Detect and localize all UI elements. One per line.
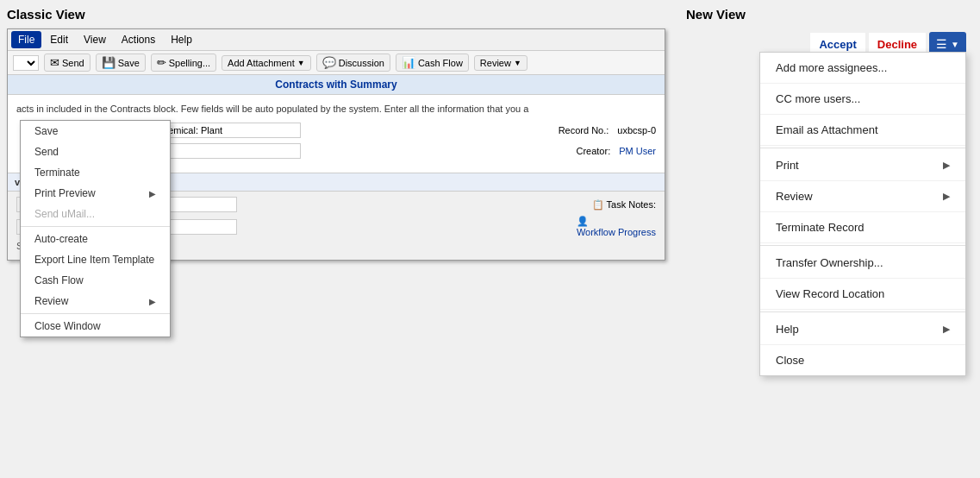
spelling-icon: ✏ [157, 56, 166, 69]
discussion-icon: 💬 [322, 56, 336, 69]
cash-flow-button[interactable]: 📊 Cash Flow [396, 53, 469, 72]
new-menu-divider-3 [760, 311, 965, 312]
toolbar-select[interactable] [13, 55, 39, 71]
menu-actions[interactable]: Actions [115, 31, 162, 48]
send-icon: ✉ [50, 56, 59, 69]
add-attachment-button[interactable]: Add Attachment ▼ [222, 55, 311, 71]
new-view-panel: New View Accept Decline ☰ ▼ Add more ass… [672, 0, 980, 478]
workflow-icon: 👤 [577, 216, 589, 226]
new-menu-terminate-record[interactable]: Terminate Record [760, 212, 965, 243]
new-menu-add-assignees[interactable]: Add more assignees... [760, 53, 965, 84]
save-icon: 💾 [102, 56, 115, 69]
help-submenu-arrow: ▶ [943, 324, 950, 335]
new-menu-email-attachment[interactable]: Email as Attachment [760, 115, 965, 146]
menu-close-window-item[interactable]: Close Window [21, 316, 170, 336]
toolbar: ✉ Send 💾 Save ✏ Spelling... Add Attachme… [8, 51, 665, 75]
menu-file[interactable]: File [11, 31, 41, 48]
menu-help[interactable]: Help [164, 31, 199, 48]
new-view-title: New View [686, 7, 966, 22]
hamburger-icon: ☰ [936, 37, 947, 51]
menu-auto-create-item[interactable]: Auto-create [21, 229, 170, 249]
new-menu-view-record-location[interactable]: View Record Location [760, 279, 965, 310]
new-menu-print[interactable]: Print ▶ [760, 150, 965, 181]
workflow-link[interactable]: Workflow Progress [577, 227, 656, 237]
review-dropdown-icon: ▼ [514, 59, 521, 67]
print-submenu-arrow: ▶ [943, 160, 950, 171]
dropdown-divider-1 [21, 226, 170, 227]
new-menu-cc-users[interactable]: CC more users... [760, 84, 965, 115]
caret-down-icon: ▼ [951, 40, 959, 49]
file-dropdown-menu: Save Send Terminate Print Preview ▶ Send… [20, 120, 171, 337]
menu-terminate-item[interactable]: Terminate [21, 162, 170, 183]
cash-flow-icon: 📊 [402, 56, 415, 69]
doc-title: Contracts with Summary [8, 75, 665, 95]
menu-send-umail-item: Send uMail... [21, 204, 170, 224]
print-preview-submenu-icon: ▶ [149, 189, 156, 198]
new-view-dropdown-menu: Add more assignees... CC more users... E… [759, 52, 966, 376]
task-notes-icon: 📋 [592, 199, 604, 210]
menu-save-item[interactable]: Save [21, 121, 170, 142]
save-button[interactable]: 💾 Save [96, 53, 146, 72]
task-notes: 📋 Task Notes: [592, 199, 656, 211]
review-submenu-arrow: ▶ [943, 191, 950, 202]
record-no-label: Record No.: [559, 125, 609, 135]
menu-view[interactable]: View [77, 31, 113, 48]
doc-description: acts in included in the Contracts block.… [16, 104, 656, 114]
menu-cash-flow-item[interactable]: Cash Flow [21, 270, 170, 291]
record-no-value: uxbcsp-0 [617, 125, 656, 135]
new-menu-transfer-ownership[interactable]: Transfer Ownership... [760, 248, 965, 279]
new-menu-close[interactable]: Close [760, 345, 965, 375]
menubar: File Edit View Actions Help [8, 29, 665, 51]
menu-review-item[interactable]: Review ▶ [21, 291, 170, 311]
dropdown-arrow-icon: ▼ [297, 59, 305, 67]
spelling-button[interactable]: ✏ Spelling... [151, 53, 216, 72]
creator-link[interactable]: PM User [619, 146, 656, 156]
creator-label: Creator: [576, 146, 610, 156]
new-menu-review[interactable]: Review ▶ [760, 181, 965, 212]
new-menu-divider-2 [760, 245, 965, 246]
review-button[interactable]: Review ▼ [474, 55, 527, 71]
menu-export-line-item-template[interactable]: Export Line Item Template [21, 249, 170, 270]
classic-view-title: Classic View [7, 7, 665, 22]
menu-send-item[interactable]: Send [21, 142, 170, 162]
menu-edit[interactable]: Edit [43, 31, 75, 48]
discussion-button[interactable]: 💬 Discussion [316, 53, 390, 72]
menu-print-preview-item[interactable]: Print Preview ▶ [21, 183, 170, 204]
new-menu-divider-1 [760, 148, 965, 148]
send-button[interactable]: ✉ Send [44, 53, 91, 72]
review-submenu-icon: ▶ [149, 297, 156, 306]
dropdown-divider-2 [21, 313, 170, 314]
new-menu-help[interactable]: Help ▶ [760, 314, 965, 345]
